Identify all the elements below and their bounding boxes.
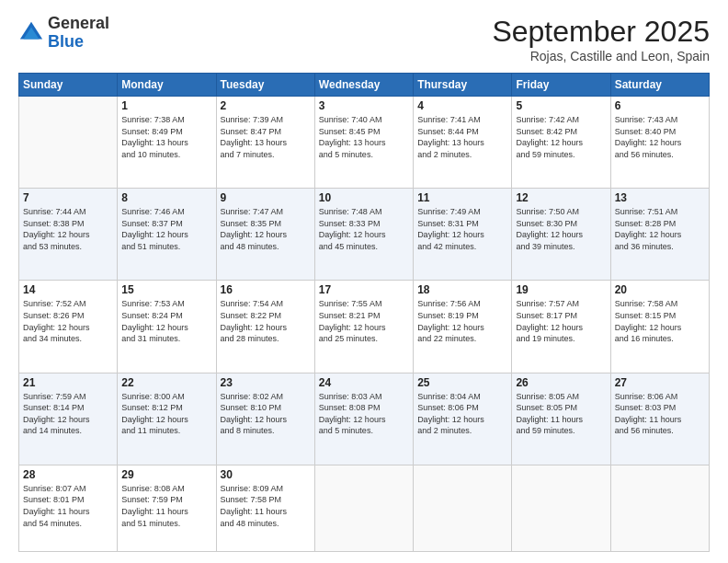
- day-number: 10: [319, 191, 409, 204]
- calendar-cell: 29Sunrise: 8:08 AMSunset: 7:59 PMDayligh…: [118, 465, 216, 551]
- calendar-cell: 19Sunrise: 7:57 AMSunset: 8:17 PMDayligh…: [512, 281, 610, 373]
- calendar-table: SundayMondayTuesdayWednesdayThursdayFrid…: [18, 73, 710, 552]
- day-number: 12: [516, 191, 606, 204]
- day-info: Sunrise: 7:59 AMSunset: 8:14 PMDaylight:…: [23, 391, 113, 437]
- calendar-week-row: 7Sunrise: 7:44 AMSunset: 8:38 PMDaylight…: [19, 189, 710, 281]
- calendar-cell: 10Sunrise: 7:48 AMSunset: 8:33 PMDayligh…: [314, 189, 413, 281]
- calendar-cell: 18Sunrise: 7:56 AMSunset: 8:19 PMDayligh…: [414, 281, 512, 373]
- col-header-wednesday: Wednesday: [314, 74, 413, 97]
- day-info: Sunrise: 8:02 AMSunset: 8:10 PMDaylight:…: [221, 391, 311, 437]
- calendar-cell: 26Sunrise: 8:05 AMSunset: 8:05 PMDayligh…: [512, 373, 610, 465]
- day-info: Sunrise: 7:53 AMSunset: 8:24 PMDaylight:…: [121, 298, 211, 344]
- calendar-cell: 11Sunrise: 7:49 AMSunset: 8:31 PMDayligh…: [414, 189, 512, 281]
- col-header-friday: Friday: [512, 74, 610, 97]
- day-number: 29: [121, 468, 211, 481]
- day-number: 20: [615, 283, 705, 296]
- day-number: 21: [23, 376, 113, 389]
- col-header-sunday: Sunday: [19, 74, 118, 97]
- day-number: 27: [615, 376, 705, 389]
- day-number: 7: [23, 191, 113, 204]
- day-info: Sunrise: 7:57 AMSunset: 8:17 PMDaylight:…: [516, 298, 606, 344]
- day-info: Sunrise: 7:47 AMSunset: 8:35 PMDaylight:…: [221, 206, 311, 252]
- day-info: Sunrise: 7:44 AMSunset: 8:38 PMDaylight:…: [23, 206, 113, 252]
- logo-general-text: General: [48, 14, 109, 32]
- calendar-cell: 20Sunrise: 7:58 AMSunset: 8:15 PMDayligh…: [610, 281, 709, 373]
- day-number: 22: [121, 376, 211, 389]
- day-number: 17: [319, 283, 409, 296]
- calendar-cell: 24Sunrise: 8:03 AMSunset: 8:08 PMDayligh…: [314, 373, 413, 465]
- calendar-week-row: 28Sunrise: 8:07 AMSunset: 8:01 PMDayligh…: [19, 465, 710, 551]
- calendar-week-row: 21Sunrise: 7:59 AMSunset: 8:14 PMDayligh…: [19, 373, 710, 465]
- day-number: 30: [221, 468, 311, 481]
- calendar-header-row: SundayMondayTuesdayWednesdayThursdayFrid…: [19, 74, 710, 97]
- day-number: 9: [221, 191, 311, 204]
- calendar-cell: 1Sunrise: 7:38 AMSunset: 8:49 PMDaylight…: [118, 97, 216, 189]
- day-info: Sunrise: 7:58 AMSunset: 8:15 PMDaylight:…: [615, 298, 705, 344]
- day-number: 3: [319, 99, 409, 112]
- calendar-cell: 3Sunrise: 7:40 AMSunset: 8:45 PMDaylight…: [314, 97, 413, 189]
- day-info: Sunrise: 8:07 AMSunset: 8:01 PMDaylight:…: [23, 483, 113, 529]
- day-info: Sunrise: 7:42 AMSunset: 8:42 PMDaylight:…: [516, 114, 606, 160]
- calendar-cell: 12Sunrise: 7:50 AMSunset: 8:30 PMDayligh…: [512, 189, 610, 281]
- day-info: Sunrise: 7:56 AMSunset: 8:19 PMDaylight:…: [417, 298, 507, 344]
- calendar-cell: 2Sunrise: 7:39 AMSunset: 8:47 PMDaylight…: [216, 97, 314, 189]
- day-number: 19: [516, 283, 606, 296]
- calendar-cell: 22Sunrise: 8:00 AMSunset: 8:12 PMDayligh…: [118, 373, 216, 465]
- day-info: Sunrise: 7:38 AMSunset: 8:49 PMDaylight:…: [121, 114, 211, 160]
- day-info: Sunrise: 7:39 AMSunset: 8:47 PMDaylight:…: [221, 114, 311, 160]
- day-info: Sunrise: 7:40 AMSunset: 8:45 PMDaylight:…: [319, 114, 409, 160]
- calendar-cell: 15Sunrise: 7:53 AMSunset: 8:24 PMDayligh…: [118, 281, 216, 373]
- page: General Blue September 2025 Rojas, Casti…: [0, 0, 728, 563]
- day-number: 14: [23, 283, 113, 296]
- day-info: Sunrise: 7:41 AMSunset: 8:44 PMDaylight:…: [417, 114, 507, 160]
- col-header-thursday: Thursday: [414, 74, 512, 97]
- calendar-cell: 5Sunrise: 7:42 AMSunset: 8:42 PMDaylight…: [512, 97, 610, 189]
- calendar-cell: 8Sunrise: 7:46 AMSunset: 8:37 PMDaylight…: [118, 189, 216, 281]
- calendar-cell: 16Sunrise: 7:54 AMSunset: 8:22 PMDayligh…: [216, 281, 314, 373]
- day-number: 26: [516, 376, 606, 389]
- day-number: 25: [417, 376, 507, 389]
- day-number: 6: [615, 99, 705, 112]
- calendar-cell: 28Sunrise: 8:07 AMSunset: 8:01 PMDayligh…: [19, 465, 118, 551]
- logo-text: General Blue: [48, 15, 109, 52]
- day-info: Sunrise: 8:03 AMSunset: 8:08 PMDaylight:…: [319, 391, 409, 437]
- calendar-cell: 21Sunrise: 7:59 AMSunset: 8:14 PMDayligh…: [19, 373, 118, 465]
- calendar-week-row: 1Sunrise: 7:38 AMSunset: 8:49 PMDaylight…: [19, 97, 710, 189]
- calendar-cell: 6Sunrise: 7:43 AMSunset: 8:40 PMDaylight…: [610, 97, 709, 189]
- day-number: 16: [221, 283, 311, 296]
- day-number: 2: [221, 99, 311, 112]
- day-number: 28: [23, 468, 113, 481]
- day-info: Sunrise: 7:55 AMSunset: 8:21 PMDaylight:…: [319, 298, 409, 344]
- day-number: 8: [121, 191, 211, 204]
- day-info: Sunrise: 7:50 AMSunset: 8:30 PMDaylight:…: [516, 206, 606, 252]
- calendar-cell: [19, 97, 118, 189]
- day-info: Sunrise: 7:54 AMSunset: 8:22 PMDaylight:…: [221, 298, 311, 344]
- col-header-monday: Monday: [118, 74, 216, 97]
- calendar-cell: [414, 465, 512, 551]
- calendar-cell: 14Sunrise: 7:52 AMSunset: 8:26 PMDayligh…: [19, 281, 118, 373]
- calendar-cell: 30Sunrise: 8:09 AMSunset: 7:58 PMDayligh…: [216, 465, 314, 551]
- day-info: Sunrise: 8:00 AMSunset: 8:12 PMDaylight:…: [121, 391, 211, 437]
- calendar-cell: 27Sunrise: 8:06 AMSunset: 8:03 PMDayligh…: [610, 373, 709, 465]
- day-info: Sunrise: 7:52 AMSunset: 8:26 PMDaylight:…: [23, 298, 113, 344]
- day-info: Sunrise: 7:48 AMSunset: 8:33 PMDaylight:…: [319, 206, 409, 252]
- title-block: September 2025 Rojas, Castille and Leon,…: [492, 15, 710, 63]
- calendar-cell: 25Sunrise: 8:04 AMSunset: 8:06 PMDayligh…: [414, 373, 512, 465]
- day-number: 5: [516, 99, 606, 112]
- day-number: 23: [221, 376, 311, 389]
- calendar-cell: 4Sunrise: 7:41 AMSunset: 8:44 PMDaylight…: [414, 97, 512, 189]
- day-info: Sunrise: 8:05 AMSunset: 8:05 PMDaylight:…: [516, 391, 606, 437]
- logo: General Blue: [18, 15, 109, 52]
- day-number: 13: [615, 191, 705, 204]
- calendar-cell: [512, 465, 610, 551]
- day-info: Sunrise: 7:46 AMSunset: 8:37 PMDaylight:…: [121, 206, 211, 252]
- calendar-cell: 17Sunrise: 7:55 AMSunset: 8:21 PMDayligh…: [314, 281, 413, 373]
- day-info: Sunrise: 8:09 AMSunset: 7:58 PMDaylight:…: [221, 483, 311, 529]
- day-info: Sunrise: 7:51 AMSunset: 8:28 PMDaylight:…: [615, 206, 705, 252]
- day-info: Sunrise: 8:06 AMSunset: 8:03 PMDaylight:…: [615, 391, 705, 437]
- month-title: September 2025: [492, 15, 710, 49]
- day-number: 18: [417, 283, 507, 296]
- calendar-week-row: 14Sunrise: 7:52 AMSunset: 8:26 PMDayligh…: [19, 281, 710, 373]
- calendar-cell: [610, 465, 709, 551]
- calendar-cell: 9Sunrise: 7:47 AMSunset: 8:35 PMDaylight…: [216, 189, 314, 281]
